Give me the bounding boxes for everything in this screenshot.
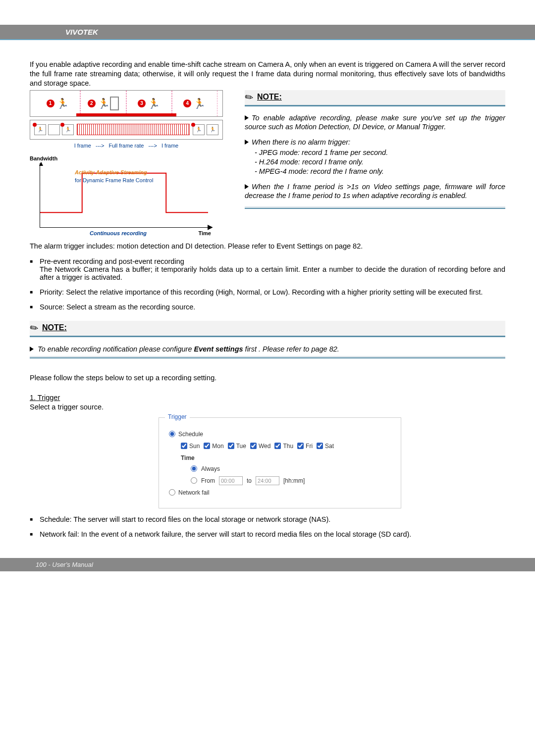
from-radio[interactable] [191, 477, 197, 484]
chart-title: Activity Adaptive Streaming [75, 169, 147, 175]
bullet-list-2: Schedule: The server will start to recor… [30, 515, 505, 538]
from-time-input[interactable] [219, 476, 243, 485]
scene-strip: 1🏃 2🏃 3🏃 4🏃 [30, 90, 223, 117]
day-mon-label: Mon [212, 443, 223, 450]
triangle-icon [245, 184, 249, 189]
fullframe-label: Full frame rate [109, 143, 144, 149]
chart-time-label: Time [199, 230, 211, 236]
trigger-legend: Trigger [165, 413, 190, 420]
full-frame-ticks [77, 124, 190, 135]
steps-intro: Please follow the steps below to set up … [30, 373, 505, 383]
frames-strip: 🏃 🏃 🏃 🏃 [30, 120, 223, 140]
day-tue-label: Tue [236, 443, 246, 450]
day-mon-checkbox[interactable] [204, 443, 210, 449]
runner-icon: 🏃 [98, 98, 110, 109]
note-body: To enable adaptive recording, please mak… [245, 113, 505, 201]
iframe-box [48, 124, 60, 135]
note1-p2: When there is no alarm trigger: [252, 138, 350, 146]
always-radio[interactable] [191, 465, 197, 472]
chart-xannot: Continuous recording [90, 230, 147, 236]
iframe-box: 🏃 [207, 124, 218, 135]
triangle-icon [245, 115, 249, 120]
note-title: NOTE: [257, 93, 282, 101]
badge-3: 3 [138, 100, 146, 107]
from-label: From [201, 477, 215, 484]
day-sat-label: Sat [325, 443, 334, 450]
triangle-icon [30, 347, 34, 352]
chart-subtitle: for Dynamic Frame Rate Control [75, 177, 153, 183]
note1-l2: - H.264 mode: record I frame only. [255, 157, 505, 167]
triangle-icon [245, 140, 249, 145]
day-thu-label: Thu [283, 443, 293, 450]
bandwidth-chart: ▲ ▶ Activity Adaptive Streaming for Dyna… [40, 163, 208, 228]
note2-pre: To enable recording notification please … [38, 345, 194, 353]
brand-header: VIVOTEK [0, 25, 535, 39]
frame-label: I frame ---> Full frame rate ---> I fram… [30, 143, 223, 149]
days-row: Sun Mon Tue Wed Thu Fri Sat [181, 443, 394, 450]
note2-heading: ✎ NOTE: [30, 321, 505, 337]
day-sun-label: Sun [189, 443, 200, 450]
bullet-preevent: Pre-event recording and post-event recor… [30, 257, 505, 281]
day-wed-label: Wed [259, 443, 270, 450]
iframe-box: 🏃 [62, 124, 74, 135]
day-tue-checkbox[interactable] [228, 443, 234, 449]
arrow-icon: ---> [96, 143, 104, 149]
note2-bold: Event settings [194, 345, 243, 353]
to-label: to [247, 477, 252, 484]
bullet-list-1: Pre-event recording and post-event recor… [30, 257, 505, 311]
hhmm-hint: [hh:mm] [283, 477, 305, 484]
schedule-label: Schedule [178, 431, 203, 438]
note-heading: ✎ NOTE: [245, 90, 505, 106]
bullet-preevent-body: The Network Camera has a buffer; it temp… [40, 265, 505, 281]
axis-arrow-right-icon: ▶ [208, 223, 213, 231]
adaptive-recording-diagram: 1🏃 2🏃 3🏃 4🏃 🏃 🏃 🏃 🏃 I frame ---> Full fr… [30, 90, 223, 228]
day-sat-checkbox[interactable] [317, 443, 323, 449]
step1-title: 1. Trigger [30, 393, 505, 403]
intro-paragraph: If you enable adaptive recording and ena… [30, 60, 505, 88]
page-footer: 100 - User's Manual [0, 558, 535, 571]
note2-post: first . Please refer to page 82. [243, 345, 339, 353]
note1-p3: When the I frame period is >1s on Video … [245, 183, 505, 200]
runner-icon: 🏃 [193, 98, 206, 109]
bullet-schedule: Schedule: The server will start to recor… [30, 515, 505, 523]
pencil-icon: ✎ [27, 321, 41, 335]
note1-l1: - JPEG mode: record 1 frame per second. [255, 148, 505, 157]
note2-title: NOTE: [42, 323, 67, 332]
day-sun-checkbox[interactable] [181, 443, 187, 449]
note2-body: To enable recording notification please … [30, 345, 505, 353]
networkfail-label: Network fail [178, 489, 210, 496]
time-label: Time [181, 454, 394, 461]
after-diagram-text: The alarm trigger includes: motion detec… [30, 242, 505, 251]
badge-1: 1 [47, 100, 54, 107]
day-wed-checkbox[interactable] [250, 443, 257, 449]
to-time-input[interactable] [256, 476, 279, 485]
schedule-radio[interactable] [169, 431, 175, 437]
bullet-priority: Priority: Select the relative importance… [30, 288, 505, 296]
runner-icon: 🏃 [148, 98, 160, 109]
bullet-networkfail: Network fail: In the event of a network … [30, 530, 505, 538]
day-fri-label: Fri [306, 443, 313, 450]
badge-4: 4 [183, 100, 191, 107]
note1-p1: To enable adaptive recording, please mak… [245, 114, 505, 131]
bandwidth-label: Bandwidth [30, 155, 223, 161]
iframe-box: 🏃 [193, 124, 205, 135]
iframe-label: I frame [74, 143, 91, 149]
event-bar [76, 113, 176, 116]
day-thu-checkbox[interactable] [274, 443, 281, 449]
arrow-icon: ---> [149, 143, 157, 149]
header-accent [0, 39, 535, 40]
day-fri-checkbox[interactable] [297, 443, 304, 449]
note-divider-accent [30, 357, 505, 358]
networkfail-radio[interactable] [169, 489, 175, 496]
badge-2: 2 [88, 100, 96, 107]
iframe-box: 🏃 [34, 124, 46, 135]
always-label: Always [201, 465, 220, 472]
step1-sub: Select a trigger source. [30, 403, 505, 412]
note-divider-accent [245, 208, 505, 209]
runner-icon: 🏃 [56, 98, 69, 109]
door-icon [110, 97, 119, 110]
bullet-preevent-title: Pre-event recording and post-event recor… [40, 257, 184, 265]
note1-l3: - MPEG-4 mode: record the I frame only. [255, 167, 505, 176]
iframe-label: I frame [161, 143, 178, 149]
trigger-panel: Trigger Schedule Sun Mon Tue Wed Thu Fri… [159, 417, 401, 508]
